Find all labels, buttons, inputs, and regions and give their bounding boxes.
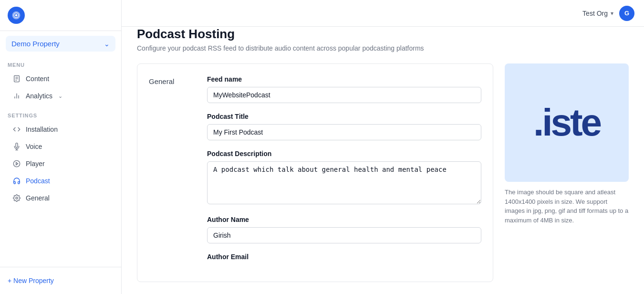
podcast-desc-label: Podcast Description	[207, 150, 481, 158]
podcast-title-group: Podcast Title	[207, 113, 481, 140]
author-name-label: Author Name	[207, 216, 481, 223]
image-preview-text: .iste	[533, 104, 600, 142]
image-preview[interactable]: .iste	[505, 63, 629, 182]
player-label: Player	[26, 160, 45, 168]
analytics-label: Analytics	[26, 92, 52, 100]
content-label: Content	[26, 75, 49, 83]
page-subtitle: Configure your podcast RSS feed to distr…	[137, 44, 629, 52]
feed-name-group: Feed name	[207, 75, 481, 103]
new-property-button[interactable]: + New Property	[8, 273, 114, 288]
feed-name-input[interactable]	[207, 87, 481, 103]
page-title: Podcast Hosting	[137, 27, 629, 42]
main-content: Test Org ▾ G Podcast Hosting Configure y…	[122, 0, 644, 294]
settings-section: SETTINGS Installation	[0, 107, 121, 209]
podcast-desc-textarea[interactable]	[207, 161, 481, 204]
doc-icon	[12, 74, 21, 83]
sidebar: Demo Property ⌄ MENU Content	[0, 0, 122, 294]
feed-name-label: Feed name	[207, 75, 481, 83]
mic-icon	[12, 142, 21, 151]
svg-point-13	[16, 197, 18, 199]
headphones-icon	[12, 177, 21, 185]
gear-icon	[12, 194, 21, 202]
org-chevron-icon: ▾	[611, 10, 613, 17]
podcast-title-label: Podcast Title	[207, 113, 481, 120]
sidebar-item-voice[interactable]: Voice	[8, 138, 114, 155]
sidebar-top	[0, 0, 121, 31]
code-icon	[12, 125, 21, 134]
app-logo-icon[interactable]	[8, 7, 25, 24]
podcast-title-input[interactable]	[207, 124, 481, 140]
author-email-group: Author Email	[207, 253, 481, 261]
menu-label: MENU	[8, 62, 114, 68]
installation-label: Installation	[26, 126, 58, 133]
author-name-group: Author Name	[207, 216, 481, 243]
analytics-chevron-icon: ⌄	[58, 93, 62, 99]
podcast-label: Podcast	[26, 177, 50, 185]
author-email-label: Author Email	[207, 253, 481, 261]
image-panel: .iste The image should be square and atl…	[505, 63, 629, 282]
circle-play-icon	[12, 159, 21, 168]
chart-icon	[12, 92, 21, 100]
svg-marker-12	[16, 162, 18, 165]
voice-label: Voice	[26, 143, 42, 150]
settings-label: SETTINGS	[8, 113, 114, 118]
author-name-input[interactable]	[207, 227, 481, 243]
menu-section: MENU Content	[0, 56, 121, 107]
header-right: Test Org ▾ G	[582, 6, 634, 21]
sidebar-item-installation[interactable]: Installation	[8, 121, 114, 137]
org-selector[interactable]: Test Org ▾	[582, 10, 613, 17]
page-content: Podcast Hosting Configure your podcast R…	[137, 27, 629, 282]
sidebar-item-content[interactable]: Content	[8, 71, 114, 87]
general-label: General	[26, 194, 50, 202]
form-card: General Feed name Podcast Title	[137, 63, 493, 282]
podcast-desc-group: Podcast Description	[207, 150, 481, 206]
sidebar-bottom: + New Property	[0, 267, 121, 294]
sidebar-item-analytics[interactable]: Analytics ⌄	[8, 88, 114, 104]
image-hint: The image should be square and atleast 1…	[505, 188, 629, 225]
property-selector[interactable]: Demo Property ⌄	[6, 36, 115, 52]
sidebar-item-podcast[interactable]: Podcast	[8, 173, 114, 189]
property-name: Demo Property	[11, 40, 60, 48]
form-fields: Feed name Podcast Title Podcast Descript…	[207, 75, 481, 270]
form-section-label: General	[149, 75, 192, 270]
svg-point-11	[13, 160, 20, 167]
content-area: General Feed name Podcast Title	[137, 63, 629, 282]
avatar: G	[619, 6, 634, 21]
sidebar-item-player[interactable]: Player	[8, 156, 114, 172]
top-header: Test Org ▾ G	[122, 0, 644, 27]
org-name: Test Org	[582, 10, 608, 17]
svg-point-0	[15, 14, 18, 17]
property-chevron-icon: ⌄	[104, 40, 110, 48]
form-layout: General Feed name Podcast Title	[149, 75, 481, 270]
sidebar-item-general[interactable]: General	[8, 190, 114, 206]
